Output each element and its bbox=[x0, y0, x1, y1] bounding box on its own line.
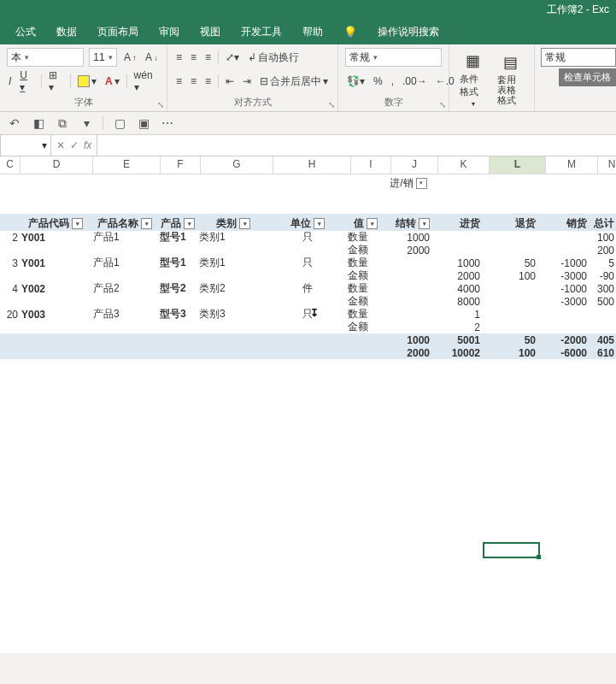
cancel-icon[interactable]: ✕ bbox=[56, 139, 65, 151]
wrap-text-button[interactable]: ↲ 自动换行 bbox=[246, 50, 301, 66]
cell[interactable]: -90 bbox=[589, 270, 616, 282]
border-button[interactable]: ⊞ ▾ bbox=[47, 68, 66, 94]
cell[interactable]: Y001 bbox=[20, 232, 91, 244]
cell[interactable]: 类别1 bbox=[197, 230, 269, 245]
column-header[interactable]: G bbox=[201, 156, 273, 174]
incr-indent-button[interactable]: ⇥ bbox=[241, 74, 253, 88]
cell[interactable]: Y001 bbox=[20, 257, 91, 269]
cell[interactable]: 类别3 bbox=[197, 307, 269, 321]
qa-btn-5[interactable]: ▣ bbox=[136, 115, 151, 131]
cell[interactable]: 500 bbox=[589, 296, 616, 308]
column-header[interactable]: J bbox=[391, 156, 438, 174]
cell[interactable]: 100 bbox=[482, 270, 537, 282]
cell[interactable]: 产品3 bbox=[91, 307, 158, 321]
cell[interactable]: 产品1 bbox=[91, 230, 158, 245]
cell[interactable]: 1000 bbox=[385, 334, 431, 346]
dialog-launcher-icon[interactable]: ⤡ bbox=[328, 100, 335, 109]
tab-dev[interactable]: 开发工具 bbox=[241, 25, 282, 39]
increase-font-button[interactable]: A↑ bbox=[122, 50, 138, 64]
cell[interactable]: 只 bbox=[269, 256, 346, 270]
cell[interactable]: 2000 bbox=[385, 245, 431, 256]
cell[interactable]: -1000 bbox=[537, 283, 589, 295]
undo-button[interactable]: ↶ bbox=[7, 115, 22, 131]
decr-indent-button[interactable]: ⇤ bbox=[224, 74, 236, 88]
pivot-data-row[interactable]: 20Y003产品3型号3类别3只数量1 bbox=[0, 308, 616, 321]
align-center-button[interactable]: ≡ bbox=[189, 74, 198, 88]
cell[interactable]: 100 bbox=[482, 347, 537, 359]
underline-button[interactable]: U ▾ bbox=[18, 68, 35, 94]
tab-formulas[interactable]: 公式 bbox=[15, 25, 36, 39]
style-search-input[interactable]: 常规 bbox=[541, 48, 616, 67]
pivot-data-row[interactable]: 3Y001产品1型号1类别1只数量100050-10005 bbox=[0, 256, 616, 269]
cell[interactable]: 10002 bbox=[431, 347, 482, 359]
cell[interactable]: 4 bbox=[0, 283, 20, 295]
incr-decimal-button[interactable]: .00→ bbox=[401, 74, 429, 88]
column-header[interactable]: C bbox=[0, 156, 21, 174]
cell[interactable]: 1 bbox=[431, 309, 482, 321]
column-header[interactable]: L bbox=[490, 156, 546, 174]
cell[interactable]: 产品1 bbox=[91, 256, 158, 270]
filter-dropdown-icon[interactable]: ▾ bbox=[184, 218, 195, 229]
column-header[interactable]: I bbox=[351, 156, 391, 174]
worksheet[interactable]: 进/销▾产品代码▾产品名称▾产品▾类别▾单位▾值▾结转▾进货退货销货总计 2Y0… bbox=[0, 174, 616, 653]
orientation-button[interactable]: ⤢▾ bbox=[224, 50, 241, 64]
tab-help[interactable]: 帮助 bbox=[302, 25, 323, 39]
check-cell-button[interactable]: 检查单元格 bbox=[559, 68, 616, 86]
qa-btn-1[interactable]: ◧ bbox=[31, 115, 46, 131]
pivot-header-cell[interactable]: 销货 bbox=[537, 216, 589, 231]
fill-color-button[interactable]: ▾ bbox=[76, 74, 98, 88]
cell[interactable]: 件 bbox=[269, 281, 346, 296]
cell[interactable]: 2000 bbox=[385, 347, 431, 359]
cell[interactable]: 8000 bbox=[431, 296, 482, 308]
phonetic-button[interactable]: wén ▾ bbox=[132, 68, 160, 94]
pivot-header-cell[interactable]: 总计 bbox=[589, 216, 616, 231]
currency-button[interactable]: 💱▾ bbox=[345, 74, 367, 88]
comma-style-button[interactable]: , bbox=[390, 74, 396, 88]
cell[interactable]: 型号3 bbox=[158, 307, 197, 321]
merge-center-button[interactable]: ⊟ 合并后居中 ▾ bbox=[258, 74, 330, 90]
formula-input[interactable] bbox=[97, 135, 616, 156]
cell[interactable]: 只 bbox=[269, 230, 346, 245]
cell[interactable]: 产品2 bbox=[91, 281, 158, 296]
filter-dropdown-icon[interactable]: ▾ bbox=[314, 218, 325, 229]
cell[interactable]: 2000 bbox=[431, 270, 482, 282]
align-left-button[interactable]: ≡ bbox=[174, 74, 184, 88]
cell[interactable]: 405 bbox=[589, 334, 616, 346]
cell[interactable]: 50 bbox=[482, 334, 537, 346]
cond-format-button[interactable]: ▦ 条件格式▾ bbox=[456, 50, 490, 108]
cell[interactable]: 300 bbox=[589, 283, 616, 295]
column-header[interactable]: M bbox=[546, 156, 598, 174]
qa-btn-4[interactable]: ▢ bbox=[112, 115, 127, 131]
column-header[interactable]: D bbox=[21, 156, 93, 174]
pivot-header-cell[interactable]: 退货 bbox=[482, 216, 537, 231]
column-header[interactable]: K bbox=[438, 156, 490, 174]
cell[interactable]: 2 bbox=[431, 321, 482, 333]
dialog-launcher-icon[interactable]: ⤡ bbox=[439, 100, 446, 109]
decrease-font-button[interactable]: A↓ bbox=[144, 50, 160, 64]
cell[interactable]: 类别1 bbox=[197, 256, 269, 270]
name-box[interactable]: ▾ bbox=[0, 135, 51, 156]
cell[interactable]: 200 bbox=[589, 245, 616, 256]
pivot-header-cell[interactable]: 产品名称▾ bbox=[91, 216, 158, 231]
column-header[interactable]: E bbox=[93, 156, 161, 174]
filter-dropdown-icon[interactable]: ▾ bbox=[141, 218, 152, 229]
pivot-data-row[interactable]: 金额2000200 bbox=[0, 244, 616, 256]
cell[interactable]: 2 bbox=[0, 232, 20, 244]
qa-btn-3[interactable]: ▾ bbox=[79, 115, 94, 131]
pivot-data-row[interactable]: 4Y002产品2型号2类别2件数量4000-1000300 bbox=[0, 282, 616, 295]
pivot-data-row[interactable]: 2Y001产品1型号1类别1只数量1000100 bbox=[0, 231, 616, 244]
filter-dropdown-icon[interactable]: ▾ bbox=[367, 218, 378, 229]
align-right-button[interactable]: ≡ bbox=[203, 74, 213, 88]
dialog-launcher-icon[interactable]: ⤡ bbox=[157, 100, 164, 109]
cell[interactable]: 类别2 bbox=[197, 281, 269, 296]
cell[interactable]: -2000 bbox=[537, 334, 589, 346]
align-middle-button[interactable]: ≡ bbox=[189, 50, 198, 64]
tab-layout[interactable]: 页面布局 bbox=[97, 25, 138, 39]
cell[interactable]: 1000 bbox=[431, 257, 482, 269]
cell[interactable]: Y003 bbox=[20, 309, 91, 321]
cell[interactable]: 1000 bbox=[385, 232, 431, 244]
cell[interactable]: 610 bbox=[589, 347, 616, 359]
cell[interactable]: 金额 bbox=[346, 320, 385, 334]
tab-view[interactable]: 视图 bbox=[200, 25, 220, 39]
cell[interactable]: 型号1 bbox=[158, 230, 197, 245]
